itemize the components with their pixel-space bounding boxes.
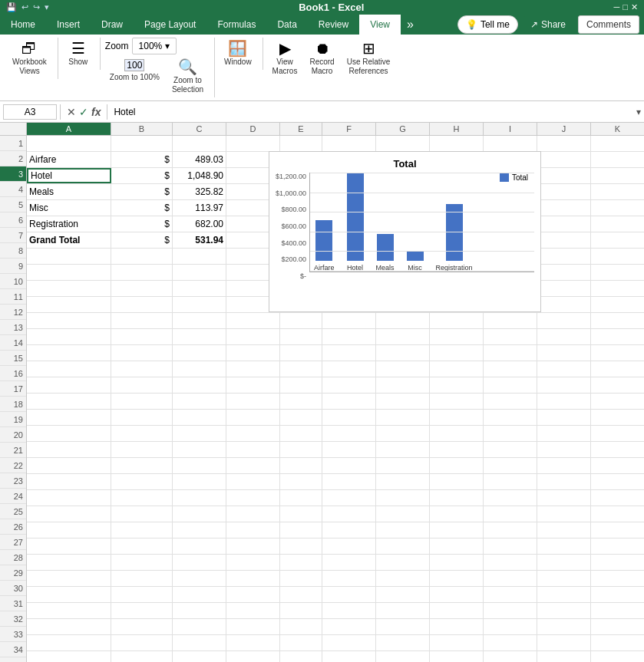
minimize-btn[interactable]: ─ (614, 2, 620, 12)
cell-r20c7[interactable] (376, 442, 430, 457)
cell-r3c10[interactable] (537, 168, 591, 183)
cell-r24c10[interactable] (537, 506, 591, 522)
cell-r28c8[interactable] (430, 571, 484, 586)
cell-r21c2[interactable] (111, 458, 173, 473)
cell-r26c1[interactable] (27, 538, 111, 554)
cell-r19c11[interactable] (591, 426, 644, 441)
cell-r17c8[interactable] (430, 394, 484, 409)
cell-r7c2[interactable]: $ (111, 232, 173, 248)
cell-r33c1[interactable] (27, 651, 111, 662)
cell-r21c10[interactable] (537, 458, 591, 473)
cell-r17c2[interactable] (111, 394, 173, 409)
cell-r16c9[interactable] (484, 377, 537, 393)
zoom-dropdown[interactable]: 100% ▾ (132, 38, 177, 54)
cell-r29c3[interactable] (173, 587, 226, 602)
cell-r13c4[interactable] (226, 329, 280, 344)
cell-r18c5[interactable] (280, 410, 322, 425)
col-header-b[interactable]: B (111, 123, 173, 135)
cell-r17c1[interactable] (27, 394, 111, 409)
cell-r30c6[interactable] (322, 603, 376, 618)
cell-r13c2[interactable] (111, 329, 173, 344)
cell-r21c6[interactable] (322, 458, 376, 473)
cell-r22c9[interactable] (484, 474, 537, 489)
window-button[interactable]: 🪟 Window (220, 38, 256, 70)
cell-r12c7[interactable] (376, 313, 430, 328)
share-button[interactable]: ↗ Share (523, 16, 573, 33)
cell-r24c5[interactable] (280, 506, 322, 522)
cell-r32c9[interactable] (484, 635, 537, 650)
cell-r17c3[interactable] (173, 394, 226, 409)
cell-r2c1[interactable]: Airfare (27, 152, 111, 167)
cell-r31c11[interactable] (591, 619, 644, 634)
cell-r8c10[interactable] (537, 249, 591, 264)
cell-r27c5[interactable] (280, 555, 322, 570)
zoom-to-100-button[interactable]: 100 Zoom to 100% (105, 56, 164, 97)
comments-button[interactable]: Comments (578, 15, 639, 34)
cell-r28c7[interactable] (376, 571, 430, 586)
row-num-17[interactable]: 17 (0, 381, 26, 397)
cell-r31c10[interactable] (537, 619, 591, 634)
cell-r26c10[interactable] (537, 538, 591, 554)
row-num-11[interactable]: 11 (0, 289, 26, 305)
cell-r21c1[interactable] (27, 458, 111, 473)
col-header-f[interactable]: F (322, 123, 376, 135)
workbook-views-button[interactable]: 🗗 WorkbookViews (8, 38, 51, 79)
cell-r26c11[interactable] (591, 538, 644, 554)
cell-r6c1[interactable]: Registration (27, 216, 111, 232)
cell-r20c3[interactable] (173, 442, 226, 457)
show-button[interactable]: ☰ Show (63, 38, 94, 70)
cell-r18c4[interactable] (226, 410, 280, 425)
cell-r31c6[interactable] (322, 619, 376, 634)
cell-r16c5[interactable] (280, 377, 322, 393)
cell-r27c2[interactable] (111, 555, 173, 570)
cell-r30c10[interactable] (537, 603, 591, 618)
cell-r25c1[interactable] (27, 522, 111, 538)
col-header-e[interactable]: E (280, 123, 322, 135)
cell-r8c3[interactable] (173, 249, 226, 264)
cell-r23c4[interactable] (226, 490, 280, 506)
cell-r29c7[interactable] (376, 587, 430, 602)
cell-r3c1[interactable]: Hotel (27, 168, 111, 183)
cell-r15c9[interactable] (484, 361, 537, 377)
cell-r15c5[interactable] (280, 361, 322, 377)
cell-r7c10[interactable] (537, 232, 591, 248)
row-num-2[interactable]: 2 (0, 151, 26, 166)
zoom-to-selection-button[interactable]: 🔍 Zoom toSelection (167, 56, 208, 97)
cell-r29c6[interactable] (322, 587, 376, 602)
cell-r13c8[interactable] (430, 329, 484, 344)
row-num-23[interactable]: 23 (0, 473, 26, 489)
cell-r20c6[interactable] (322, 442, 376, 457)
cell-r27c4[interactable] (226, 555, 280, 570)
cell-r13c9[interactable] (484, 329, 537, 344)
cell-r31c8[interactable] (430, 619, 484, 634)
close-btn[interactable]: ✕ (631, 2, 638, 12)
cell-r4c3[interactable]: 325.82 (173, 184, 226, 199)
row-num-14[interactable]: 14 (0, 335, 26, 351)
cell-r9c10[interactable] (537, 265, 591, 280)
cell-r27c3[interactable] (173, 555, 226, 570)
cell-r1c2[interactable] (111, 136, 173, 151)
cell-r23c6[interactable] (322, 490, 376, 506)
cell-r12c3[interactable] (173, 313, 226, 328)
cell-r32c11[interactable] (591, 635, 644, 650)
cell-r26c7[interactable] (376, 538, 430, 554)
cell-r19c3[interactable] (173, 426, 226, 441)
cell-r13c6[interactable] (322, 329, 376, 344)
col-header-h[interactable]: H (430, 123, 484, 135)
row-num-18[interactable]: 18 (0, 397, 26, 412)
cell-r12c1[interactable] (27, 313, 111, 328)
cell-r3c2[interactable]: $ (111, 168, 173, 183)
cell-r19c2[interactable] (111, 426, 173, 441)
cell-r27c9[interactable] (484, 555, 537, 570)
cell-r15c6[interactable] (322, 361, 376, 377)
cell-r13c10[interactable] (537, 329, 591, 344)
formula-input[interactable] (111, 105, 636, 119)
cell-r25c9[interactable] (484, 522, 537, 538)
row-num-13[interactable]: 13 (0, 320, 26, 335)
cell-r20c11[interactable] (591, 442, 644, 457)
cell-r26c8[interactable] (430, 538, 484, 554)
cell-r15c2[interactable] (111, 361, 173, 377)
cell-r31c7[interactable] (376, 619, 430, 634)
cell-r19c10[interactable] (537, 426, 591, 441)
record-macro-button[interactable]: ⏺ RecordMacro (305, 38, 339, 79)
